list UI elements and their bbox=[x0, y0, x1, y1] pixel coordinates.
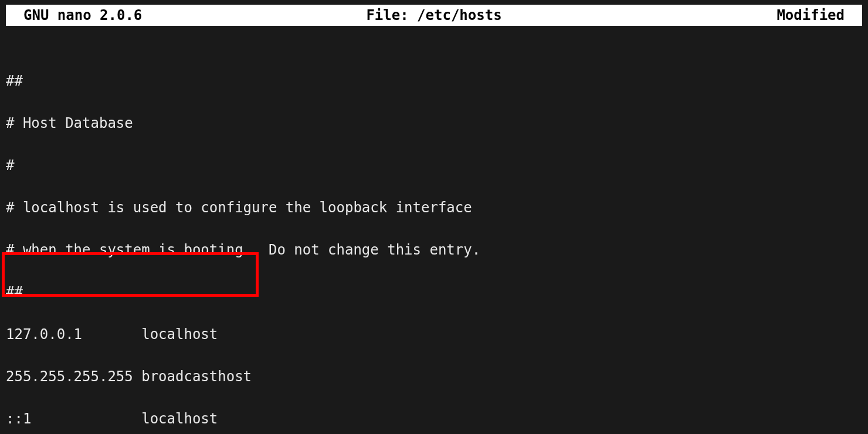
file-line: # bbox=[5, 155, 863, 176]
nano-titlebar: GNU nano 2.0.6 File: /etc/hosts Modified bbox=[6, 5, 862, 26]
editor-area[interactable]: ## # Host Database # # localhost is used… bbox=[0, 26, 868, 434]
file-line: ## bbox=[5, 70, 863, 91]
file-line: # localhost is used to configure the loo… bbox=[5, 197, 863, 218]
file-line: 255.255.255.255 broadcasthost bbox=[5, 366, 863, 387]
file-line: ## bbox=[5, 282, 863, 303]
app-version: GNU nano 2.0.6 bbox=[23, 7, 142, 23]
file-label: File: /etc/hosts bbox=[366, 7, 501, 23]
file-line: # when the system is booting. Do not cha… bbox=[5, 239, 863, 260]
file-line: 127.0.0.1 localhost bbox=[5, 324, 863, 345]
file-line: # Host Database bbox=[5, 113, 863, 134]
file-line: ::1 localhost bbox=[5, 408, 863, 429]
modified-status: Modified bbox=[777, 7, 845, 23]
